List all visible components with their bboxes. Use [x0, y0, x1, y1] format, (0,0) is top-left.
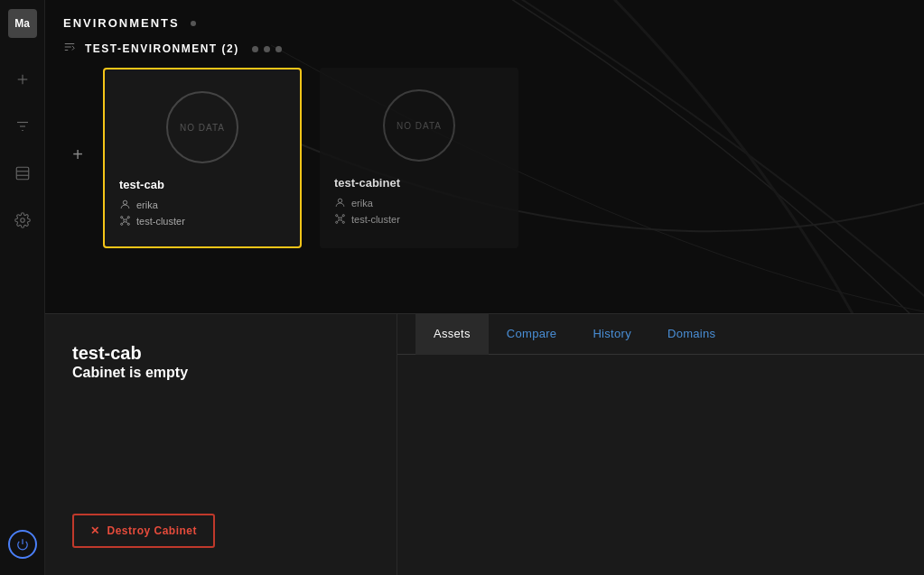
card-cluster-row-1: test-cluster	[119, 215, 185, 227]
svg-line-21	[123, 222, 125, 224]
bottom-left-panel: test-cab Cabinet is empty ✕ Destroy Cabi…	[45, 314, 397, 575]
bottom-panel: test-cab Cabinet is empty ✕ Destroy Cabi…	[45, 313, 924, 575]
header: ENVIRONMENTS	[45, 0, 924, 30]
env-dot-1	[252, 46, 258, 52]
header-dot	[191, 21, 196, 26]
sidebar-item-add[interactable]	[6, 63, 39, 96]
no-data-indicator-1: NO DATA	[166, 91, 238, 163]
card-meta-2: erika test-cluster	[334, 197, 400, 225]
destroy-label: Destroy Cabinet	[107, 524, 198, 537]
environment-section: TEST-ENVIRONMENT (2) + NO DATA test-cab	[45, 30, 924, 248]
environment-header: TEST-ENVIRONMENT (2)	[63, 41, 906, 57]
bottom-right-panel: Assets Compare History Domains	[397, 314, 924, 575]
svg-point-25	[336, 215, 338, 217]
card-user-row-2: erika	[334, 197, 400, 209]
card-name-2: test-cabinet	[334, 176, 400, 190]
environment-title: TEST-ENVIRONMENT (2)	[85, 42, 239, 55]
sidebar-item-filter[interactable]	[6, 110, 39, 143]
bottom-cabinet-name: test-cab	[72, 341, 369, 365]
filter-icon	[63, 41, 76, 57]
svg-line-32	[341, 220, 343, 222]
card-cluster-row-2: test-cluster	[334, 213, 400, 225]
power-button[interactable]	[8, 530, 37, 559]
svg-line-22	[126, 222, 128, 224]
env-dots	[252, 46, 282, 52]
svg-line-31	[338, 220, 340, 222]
sidebar-item-cabinet[interactable]	[6, 157, 39, 190]
svg-point-15	[121, 217, 123, 218]
svg-point-28	[342, 221, 344, 223]
avatar[interactable]: Ma	[8, 9, 37, 38]
tab-domains[interactable]: Domains	[649, 314, 733, 355]
card-user-row-1: erika	[119, 199, 185, 210]
svg-point-23	[338, 199, 341, 202]
cabinet-card-test-cab[interactable]: NO DATA test-cab erika test-cluster	[103, 68, 302, 248]
destroy-icon: ✕	[90, 524, 100, 537]
cards-row: + NO DATA test-cab erika test-cluster	[63, 68, 906, 248]
svg-point-8	[20, 218, 24, 223]
svg-point-26	[342, 215, 344, 217]
tab-compare[interactable]: Compare	[489, 314, 575, 355]
main-content: ENVIRONMENTS TEST-ENVIRONMENT (2) + NO D…	[45, 0, 924, 575]
sidebar: Ma	[0, 0, 45, 575]
svg-point-27	[336, 221, 338, 223]
svg-point-16	[127, 217, 129, 218]
svg-line-29	[338, 217, 340, 218]
cabinet-info: test-cab Cabinet is empty	[72, 341, 369, 381]
tabs-row: Assets Compare History Domains	[397, 314, 924, 355]
tab-content-area	[397, 355, 924, 575]
env-dot-2	[264, 46, 270, 52]
bottom-cabinet-status: Cabinet is empty	[72, 365, 369, 381]
svg-line-20	[126, 218, 128, 220]
destroy-cabinet-button[interactable]: ✕ Destroy Cabinet	[72, 514, 215, 548]
svg-point-17	[121, 223, 123, 225]
no-data-indicator-2: NO DATA	[383, 89, 455, 162]
env-dot-3	[275, 46, 282, 52]
svg-point-13	[123, 200, 126, 204]
card-meta-1: erika test-cluster	[119, 199, 185, 227]
svg-rect-5	[16, 167, 29, 180]
svg-line-30	[341, 217, 343, 218]
svg-line-19	[123, 218, 125, 220]
tab-history[interactable]: History	[574, 314, 649, 355]
svg-point-18	[127, 223, 129, 225]
card-name-1: test-cab	[119, 178, 164, 191]
sidebar-item-settings[interactable]	[6, 204, 39, 236]
page-title: ENVIRONMENTS	[63, 16, 180, 30]
add-cabinet-button[interactable]: +	[63, 140, 92, 169]
tab-assets[interactable]: Assets	[415, 314, 489, 355]
cabinet-card-test-cabinet[interactable]: NO DATA test-cabinet erika test-cluster	[320, 68, 518, 248]
